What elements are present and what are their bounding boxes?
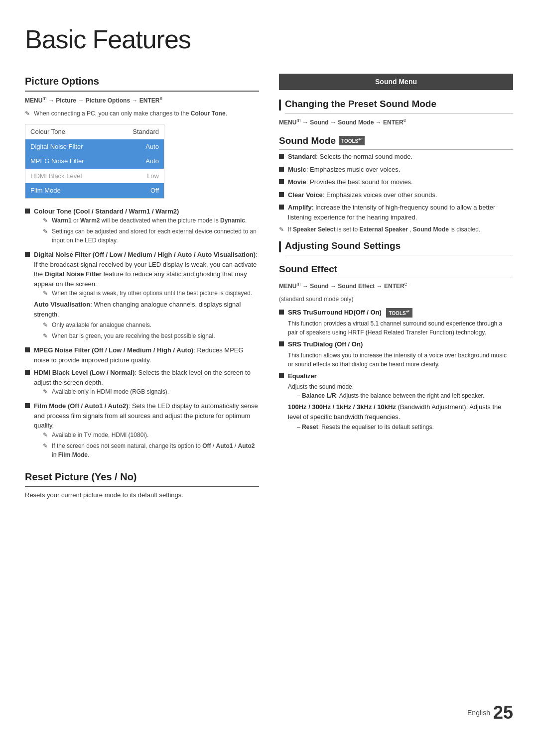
freq-line: 100Hz / 300Hz / 1kHz / 3kHz / 10kHz (Ban… [288,402,513,422]
bullet-icon [279,373,284,378]
bullet-film-mode: Film Mode (Off / Auto1 / Auto2): Sets th… [25,401,259,461]
bullet-icon [279,341,284,346]
adjusting-sound-title-bar: Adjusting Sound Settings [279,239,513,255]
bullet-icon [25,403,30,408]
reset-picture-desc: Resets your current picture mode to its … [25,490,259,500]
changing-preset-section: Changing the Preset Sound Mode MENUm → S… [279,97,513,127]
equalizer-desc: Adjusts the sound mode. [288,382,513,391]
reset-dash: Reset: Resets the equaliser to its defau… [297,423,513,432]
bullet-colour-tone: Colour Tone (Cool / Standard / Warm1 / W… [25,207,259,247]
reset-picture-section: Reset Picture (Yes / No) Resets your cur… [25,469,259,500]
right-bullet-standard: Standard: Selects the normal sound mode. [279,152,513,162]
bullet-icon [25,370,30,375]
page-title: Basic Features [25,20,513,59]
sound-effect-section: Sound Effect MENUm → Sound → Sound Effec… [279,262,513,433]
table-row-digital-noise: Digital Noise Filter Auto [25,139,164,154]
row-label: Colour Tone [30,127,65,137]
page: Basic Features Picture Options MENUm → P… [0,0,538,756]
sound-menu-header: Sound Menu [279,74,513,90]
row-label: HDMI Black Level [30,171,82,181]
trusurround-desc: This function provides a virtual 5.1 cha… [288,319,513,337]
right-bullet-clear-voice: Clear Voice: Emphasizes voices over othe… [279,190,513,200]
bullet-hdmi-black: HDMI Black Level (Low / Normal): Selects… [25,368,259,398]
left-column: Picture Options MENUm → Picture → Pictur… [25,74,259,689]
bullet-icon [279,310,284,315]
table-row-hdmi-black: HDMI Black Level Low [25,169,164,184]
picture-options-title: Picture Options [25,74,259,92]
bullet-mpeg-noise: MPEG Noise Filter (Off / Low / Medium / … [25,345,259,365]
bullet-icon [279,179,284,184]
sub-note-hdmi-only: Available only in HDMI mode (RGB signals… [43,387,259,396]
footer: English 25 [25,689,513,726]
bullet-icon [25,252,30,257]
sub-note-signal: When the signal is weak, try other optio… [43,289,259,298]
balance-dash: Balance L/R: Adjusts the balance between… [297,391,513,400]
row-value: Standard [133,127,159,137]
sound-effect-note: (standard sound mode only) [279,295,513,304]
tools-badge-trusurround: TOOLS↵ [386,308,412,318]
reset-picture-title: Reset Picture (Yes / No) [25,469,259,487]
changing-preset-menu-path: MENUm → Sound → Sound Mode → ENTERe [279,116,513,127]
footer-page-number: 25 [493,699,513,726]
sound-effect-title: Sound Effect [279,262,513,279]
table-row-colour-tone: Colour Tone Standard [25,124,164,139]
sub-note-film-mode: If the screen does not seem natural, cha… [43,441,259,459]
sub-note-settings: Settings can be adjusted and stored for … [43,227,259,245]
bullet-icon [25,209,30,214]
content-columns: Picture Options MENUm → Picture → Pictur… [25,74,513,689]
trudialog-desc: This function allows you to increase the… [288,351,513,369]
se-bullet-trusurround: SRS TruSurround HD(Off / On) TOOLS↵ This… [279,308,513,337]
changing-preset-title: Changing the Preset Sound Mode [285,97,513,113]
changing-preset-title-bar: Changing the Preset Sound Mode [279,97,513,113]
bullet-icon [25,347,30,352]
row-value: Low [147,171,159,181]
picture-options-note: When connecting a PC, you can only make … [25,109,259,118]
picture-options-section: Picture Options MENUm → Picture → Pictur… [25,74,259,461]
adjusting-sound-section: Adjusting Sound Settings [279,239,513,255]
sound-effect-menu-path: MENUm → Sound → Sound Effect → ENTERe [279,280,513,291]
table-row-film-mode: Film Mode Off [25,183,164,198]
sub-note-analogue: Only available for analogue channels. [43,321,259,329]
speaker-note: If Speaker Select is set to External Spe… [279,225,513,234]
auto-vis-text: Auto Visualisation: When changing analog… [34,300,259,319]
bullet-icon [279,154,284,159]
bullet-icon [279,192,284,197]
table-row-mpeg-noise: MPEG Noise Filter Auto [25,154,164,169]
sound-mode-title: Sound Mode TOOLS↵ [279,134,513,150]
sub-note-warm: Warm1 or Warm2 will be deactivated when … [43,216,259,225]
adjusting-sound-title: Adjusting Sound Settings [285,239,513,255]
footer-language: English [467,708,490,718]
sub-note-green: When bar is green, you are receiving the… [43,331,259,340]
se-bullet-equalizer: Equalizer Adjusts the sound mode. Balanc… [279,371,513,433]
settings-table: Colour Tone Standard Digital Noise Filte… [25,124,164,199]
bullet-icon [279,167,284,172]
row-label: Digital Noise Filter [30,142,83,152]
row-label: MPEG Noise Filter [30,156,84,166]
right-bullet-movie: Movie: Provides the best sound for movie… [279,177,513,187]
sub-note-tv-mode: Available in TV mode, HDMI (1080i). [43,431,259,439]
se-bullet-trudialog: SRS TruDialog (Off / On) This function a… [279,339,513,369]
picture-options-menu-path: MENUm → Picture → Picture Options → ENTE… [25,95,259,105]
bullet-icon [279,205,284,210]
right-bullet-amplify: Amplify: Increase the intensity of high-… [279,203,513,222]
row-label: Film Mode [30,186,61,196]
right-bullet-music: Music: Emphasizes music over voices. [279,165,513,175]
right-column: Sound Menu Changing the Preset Sound Mod… [279,74,513,689]
bullet-digital-noise: Digital Noise Filter (Off / Low / Medium… [25,250,259,342]
row-value: Auto [145,142,159,152]
sound-mode-section: Sound Mode TOOLS↵ Standard: Selects the … [279,134,513,234]
row-value: Off [150,186,159,196]
tools-badge: TOOLS↵ [339,136,365,145]
row-value: Auto [145,156,159,166]
